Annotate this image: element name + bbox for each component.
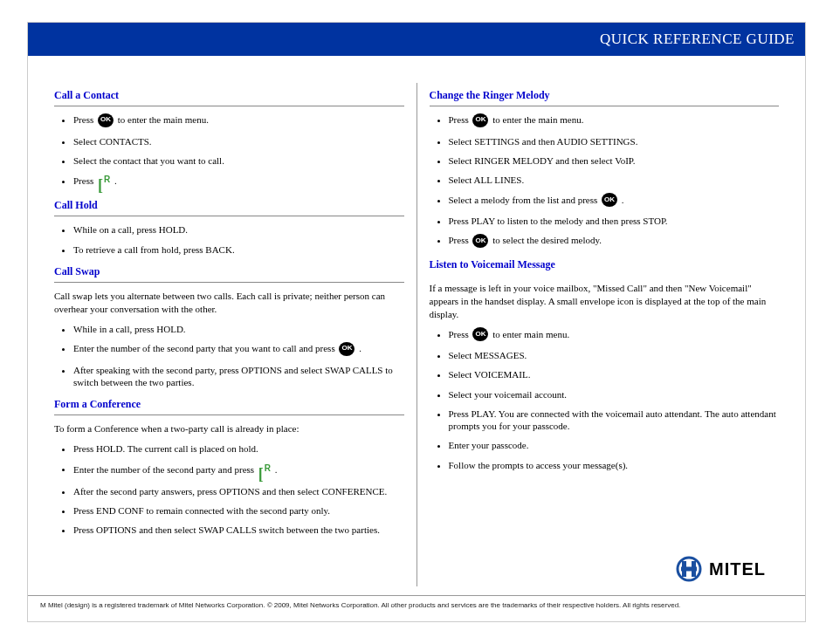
r-letter: R <box>104 175 110 184</box>
list-item: After the second party answers, press OP… <box>73 485 404 497</box>
list-item: Follow the prompts to access your messag… <box>449 459 780 471</box>
r-letter: R <box>265 464 271 473</box>
text: . <box>114 175 117 186</box>
text: Enter the number of the second party tha… <box>73 343 337 353</box>
ok-icon: OK <box>472 113 488 127</box>
ok-icon: OK <box>98 113 114 127</box>
left-column: Call a Contact Press OK to enter the mai… <box>45 83 413 586</box>
right-column: Change the Ringer Melody Press OK to ent… <box>421 83 788 586</box>
svg-rect-3 <box>681 567 697 572</box>
logo-text: MITEL <box>709 559 766 579</box>
footer: M Mitel (design) is a registered tradema… <box>28 595 805 621</box>
text: . <box>622 195 624 205</box>
text: to select the desired melody. <box>492 235 602 245</box>
r-icon: [ R <box>258 464 271 480</box>
list-item: Press [ R . <box>73 174 404 189</box>
conference-intro: To form a Conference when a two-party ca… <box>54 422 404 435</box>
list-item: Enter your passcode. <box>449 439 780 451</box>
section-title-call-hold: Call Hold <box>54 198 404 216</box>
mitel-logo-icon <box>676 556 702 582</box>
list-item: Select ALL LINES. <box>449 174 780 186</box>
voicemail-steps: Press OK to enter main menu. Select MESS… <box>430 328 780 472</box>
bracket-icon: [ <box>98 179 103 191</box>
section-title-call-swap: Call Swap <box>54 264 404 283</box>
list-item: Enter the number of the second party and… <box>73 462 404 478</box>
ok-icon: OK <box>472 327 488 341</box>
page: QUICK REFERENCE GUIDE Call a Contact Pre… <box>27 22 806 622</box>
list-item: Select CONTACTS. <box>73 135 404 147</box>
bracket-icon: [ <box>258 468 264 480</box>
header-title: QUICK REFERENCE GUIDE <box>600 31 795 48</box>
footer-text: M Mitel (design) is a registered tradema… <box>40 601 680 609</box>
content-area: Call a Contact Press OK to enter the mai… <box>28 61 805 595</box>
call-swap-steps: While in a call, press HOLD. Enter the n… <box>54 323 404 388</box>
list-item: Press PLAY to listen to the melody and t… <box>449 215 780 227</box>
text: to enter the main menu. <box>118 114 209 125</box>
section-title-conference: Form a Conference <box>54 397 404 415</box>
list-item: Press OK to enter the main menu. <box>449 113 780 127</box>
text: Press <box>449 114 472 125</box>
text: Press <box>73 175 96 186</box>
list-item: To retrieve a call from hold, press BACK… <box>73 243 404 256</box>
list-item: Enter the number of the second party tha… <box>73 342 404 356</box>
list-item: Press OK to enter the main menu. <box>73 113 404 127</box>
ok-icon: OK <box>602 193 617 207</box>
text: to enter the main menu. <box>492 114 583 125</box>
text: Press <box>449 235 472 245</box>
list-item: Press PLAY. You are connected with the v… <box>449 408 780 433</box>
section-title-voicemail: Listen to Voicemail Message <box>430 257 780 275</box>
ok-icon: OK <box>472 234 488 248</box>
list-item: While in a call, press HOLD. <box>73 323 404 335</box>
list-item: Press END CONF to remain connected with … <box>73 504 404 517</box>
text: Select a melody from the list and press <box>449 195 601 205</box>
ringer-steps: Press OK to enter the main menu. Select … <box>430 113 780 249</box>
list-item: Press OK to select the desired melody. <box>449 234 780 248</box>
text: Enter the number of the second party and… <box>73 463 257 474</box>
conference-steps: Press HOLD. The current call is placed o… <box>54 442 404 536</box>
call-swap-intro: Call swap lets you alternate between two… <box>54 290 404 316</box>
text: to enter main menu. <box>492 329 569 339</box>
list-item: Select VOICEMAIL. <box>449 368 780 380</box>
list-item: Select your voicemail account. <box>449 388 780 401</box>
logo: MITEL <box>676 556 766 582</box>
text: Press <box>73 114 96 125</box>
call-contact-steps: Press OK to enter the main menu. Select … <box>54 113 404 189</box>
list-item: While on a call, press HOLD. <box>73 223 404 236</box>
list-item: Select the contact that you want to call… <box>73 154 404 167</box>
call-hold-steps: While on a call, press HOLD. To retrieve… <box>54 223 404 256</box>
list-item: Press HOLD. The current call is placed o… <box>73 442 404 455</box>
list-item: Select RINGER MELODY and then select VoI… <box>449 154 780 167</box>
list-item: Press OK to enter main menu. <box>449 328 780 342</box>
header-bar: QUICK REFERENCE GUIDE <box>28 23 805 61</box>
text: . <box>359 343 361 353</box>
list-item: After speaking with the second party, pr… <box>73 364 404 389</box>
list-item: Select MESSAGES. <box>449 349 780 361</box>
text: Press <box>449 329 472 339</box>
section-title-ringer: Change the Ringer Melody <box>430 88 780 106</box>
list-item: Select SETTINGS and then AUDIO SETTINGS. <box>449 135 780 147</box>
section-title-call-contact: Call a Contact <box>54 88 404 106</box>
voicemail-intro: If a message is left in your voice mailb… <box>430 282 780 321</box>
list-item: Select a melody from the list and press … <box>449 194 780 208</box>
list-item: Press OPTIONS and then select SWAP CALLS… <box>73 524 404 536</box>
r-icon: [ R <box>98 175 110 191</box>
ok-icon: OK <box>339 342 355 356</box>
text: . <box>275 463 278 474</box>
column-divider <box>416 83 417 586</box>
